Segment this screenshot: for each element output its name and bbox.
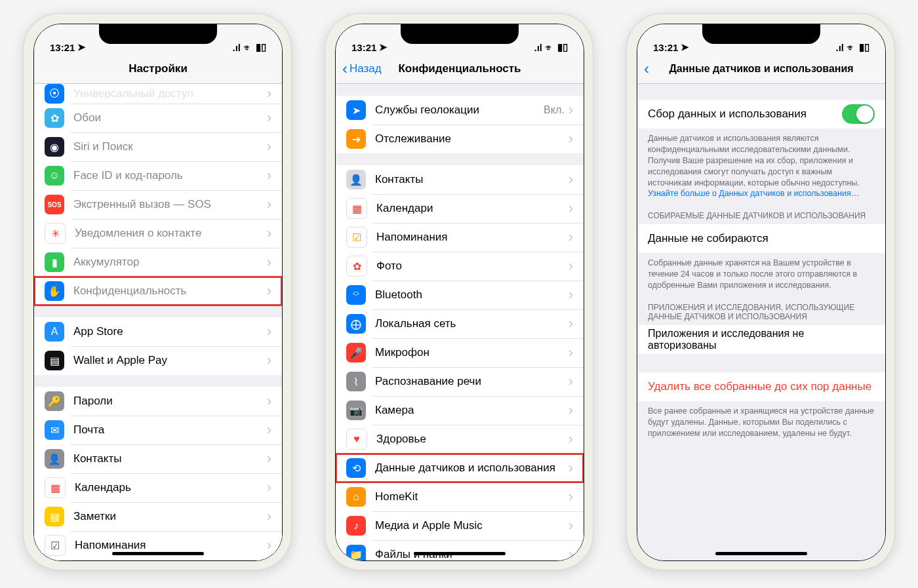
chevron-right-icon: ›: [267, 109, 271, 127]
chevron-right-icon: ›: [267, 352, 271, 369]
contacts-icon: 👤: [45, 449, 64, 469]
delete-data-button[interactable]: Удалить все собранные до сих пор данные: [637, 372, 885, 401]
chevron-right-icon: ›: [569, 258, 573, 275]
row-contacts2[interactable]: 👤Контакты›: [336, 165, 584, 194]
row-battery[interactable]: ▮Аккумулятор›: [34, 248, 282, 277]
battery-icon: ▮: [45, 252, 64, 272]
row-detail: Вкл.: [544, 104, 565, 116]
row-contacts[interactable]: 👤Контакты›: [34, 444, 282, 473]
row-mail[interactable]: ✉Почта›: [34, 416, 282, 444]
row-exposure[interactable]: ✳Уведомления о контакте›: [34, 219, 282, 248]
row-appstore[interactable]: AApp Store›: [34, 317, 282, 346]
row-label: Экстренный вызов — SOS: [73, 198, 267, 211]
row-files[interactable]: 📁Файлы и папки›: [336, 540, 584, 560]
row-accessibility[interactable]: ⦿Универсальный доступ›: [34, 84, 282, 104]
row-label: Фото: [376, 260, 569, 273]
location-icon: ➤: [346, 100, 366, 120]
collected-header: СОБИРАЕМЫЕ ДАННЫЕ ДАТЧИКОВ И ИСПОЛЬЗОВАН…: [637, 199, 885, 224]
row-label: Локальная сеть: [375, 317, 569, 330]
wifi-icon: ᯤ: [545, 42, 555, 53]
row-wallet[interactable]: ▤Wallet и Apple Pay›: [34, 346, 282, 375]
settings-list[interactable]: ⦿Универсальный доступ›✿Обои›◉Siri и Поис…: [34, 84, 282, 560]
home-indicator[interactable]: [715, 552, 807, 555]
chevron-right-icon: ›: [569, 402, 573, 419]
row-label: Здоровье: [376, 433, 569, 446]
chevron-right-icon: ›: [267, 393, 271, 410]
row-health[interactable]: ♥Здоровье›: [336, 425, 584, 454]
row-voicememo[interactable]: ≡Диктофон›: [34, 560, 282, 560]
row-bt[interactable]: ⌔Bluetooth›: [336, 281, 584, 309]
row-calendar[interactable]: ▦Календарь›: [34, 473, 282, 502]
toggle-switch[interactable]: [842, 104, 875, 124]
row-passwords[interactable]: 🔑Пароли›: [34, 387, 282, 416]
row-label: Контакты: [375, 173, 569, 186]
status-time: 13:21: [50, 42, 75, 53]
research-settings[interactable]: Сбор данных и использования Данные датчи…: [637, 84, 885, 560]
collection-toggle-row[interactable]: Сбор данных и использования: [637, 100, 885, 128]
appstore-icon: A: [45, 322, 64, 342]
back-button[interactable]: ‹: [637, 60, 649, 78]
row-wallpaper[interactable]: ✿Обои›: [34, 104, 282, 132]
row-tracking[interactable]: ➜Отслеживание›: [336, 125, 584, 153]
row-research[interactable]: ⟲Данные датчиков и использования›: [336, 454, 584, 482]
row-faceid[interactable]: ☺Face ID и код-пароль›: [34, 161, 282, 190]
home-indicator[interactable]: [112, 552, 204, 555]
lan-icon: ⨁: [346, 314, 366, 334]
row-reminders[interactable]: ☑Напоминания›: [34, 531, 282, 560]
chevron-right-icon: ›: [569, 102, 573, 119]
chevron-right-icon: ›: [569, 373, 573, 390]
row-privacy[interactable]: ✋Конфиденциальность›: [34, 277, 282, 305]
files-icon: 📁: [346, 545, 366, 560]
camera-icon: 📷: [346, 401, 366, 420]
bt-icon: ⌔: [346, 285, 366, 305]
signal-icon: .ıl: [232, 42, 241, 53]
reminders-icon: ☑: [45, 535, 66, 556]
row-notes[interactable]: ▤Заметки›: [34, 502, 282, 531]
row-label: Контакты: [73, 452, 267, 465]
wallet-icon: ▤: [45, 351, 64, 370]
chevron-left-icon: ‹: [644, 60, 649, 78]
row-siri[interactable]: ◉Siri и Поиск›: [34, 132, 282, 161]
row-label: Пароли: [73, 395, 267, 408]
location-icon: ➤: [681, 41, 689, 53]
chevron-right-icon: ›: [569, 200, 573, 217]
home-indicator[interactable]: [414, 552, 506, 555]
contacts2-icon: 👤: [346, 170, 366, 189]
collected-footer: Собранные данные хранятся на Вашем устро…: [637, 253, 885, 291]
row-photos[interactable]: ✿Фото›: [336, 252, 584, 281]
chevron-right-icon: ›: [267, 85, 271, 102]
row-media[interactable]: ♪Медиа и Apple Music›: [336, 511, 584, 540]
row-speech[interactable]: ⌇Распознавание речи›: [336, 367, 584, 396]
chevron-right-icon: ›: [569, 130, 573, 147]
health-icon: ♥: [346, 429, 367, 450]
calendar-icon: ▦: [45, 477, 66, 498]
sos-icon: SOS: [45, 195, 64, 214]
status-time: 13:21: [653, 42, 678, 53]
apps-header: ПРИЛОЖЕНИЯ И ИССЛЕДОВАНИЯ, ИСПОЛЬЗУЮЩИЕ …: [637, 291, 885, 325]
back-button[interactable]: ‹Назад: [336, 60, 382, 78]
media-icon: ♪: [346, 516, 366, 536]
battery-icon: ▮▯: [557, 41, 568, 53]
row-homekit[interactable]: ⌂HomeKit›: [336, 482, 584, 511]
chevron-right-icon: ›: [569, 344, 573, 361]
row-label: Медиа и Apple Music: [375, 519, 569, 532]
mail-icon: ✉: [45, 420, 64, 440]
privacy-list[interactable]: ➤Службы геолокацииВкл.›➜Отслеживание› 👤К…: [336, 84, 584, 560]
row-label: Распознавание речи: [375, 375, 569, 388]
location-icon: ➤: [77, 41, 86, 53]
chevron-right-icon: ›: [569, 315, 573, 332]
row-label: Аккумулятор: [73, 256, 267, 269]
row-label: Данные датчиков и использования: [375, 461, 569, 475]
row-label: Почта: [73, 423, 267, 437]
row-rem2[interactable]: ☑Напоминания›: [336, 223, 584, 252]
row-camera[interactable]: 📷Камера›: [336, 396, 584, 425]
row-location[interactable]: ➤Службы геолокацииВкл.›: [336, 96, 584, 125]
row-mic[interactable]: 🎤Микрофон›: [336, 338, 584, 367]
wifi-icon: ᯤ: [243, 42, 253, 53]
chevron-right-icon: ›: [569, 286, 573, 304]
learn-more-link[interactable]: Узнайте больше о Данных датчиков и испол…: [648, 189, 859, 198]
row-sos[interactable]: SOSЭкстренный вызов — SOS›: [34, 190, 282, 219]
row-cal2[interactable]: ▦Календари›: [336, 194, 584, 223]
row-lan[interactable]: ⨁Локальная сеть›: [336, 309, 584, 338]
no-data-row: Данные не собираются: [637, 224, 885, 253]
